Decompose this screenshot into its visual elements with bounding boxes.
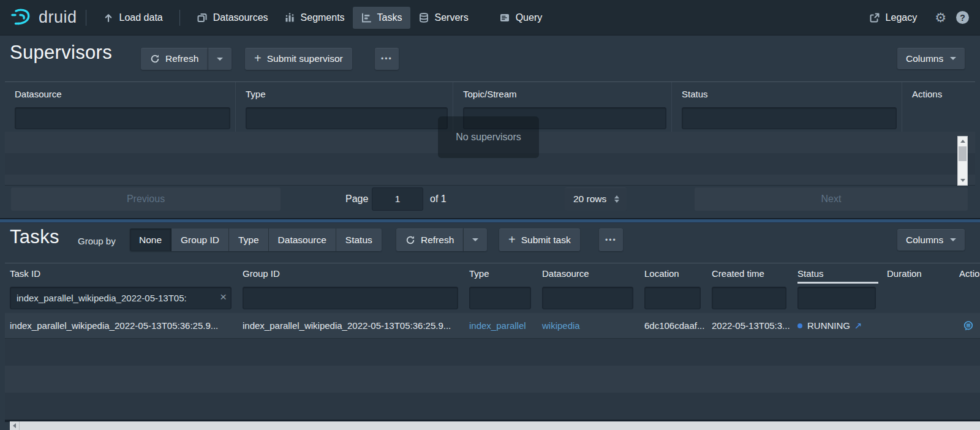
submit-task-button[interactable]: + Submit task bbox=[499, 228, 580, 251]
type-filter-input[interactable] bbox=[469, 287, 531, 309]
datasource-filter-input[interactable] bbox=[542, 287, 633, 309]
column-header-duration[interactable]: Duration bbox=[882, 263, 954, 284]
vertical-scrollbar[interactable] bbox=[957, 136, 968, 186]
horizontal-scrollbar[interactable] bbox=[10, 421, 980, 430]
druid-logo-icon[interactable] bbox=[10, 6, 33, 29]
legacy-label: Legacy bbox=[886, 12, 918, 23]
task-row[interactable]: index_parallel_wikipedia_2022-05-13T05:3… bbox=[5, 313, 980, 339]
tasks-table: Task ID Group ID Type Datasource Locatio… bbox=[5, 263, 980, 422]
status-cell: RUNNING↗ bbox=[793, 313, 882, 338]
supervisors-more-button[interactable]: ••• bbox=[375, 48, 399, 70]
group-by-option-group-id[interactable]: Group ID bbox=[172, 228, 229, 251]
rows-per-page-value: 20 rows bbox=[573, 194, 606, 205]
refresh-label: Refresh bbox=[165, 53, 198, 64]
column-header-topic-stream[interactable]: Topic/Stream bbox=[453, 82, 672, 105]
rows-per-page-select[interactable]: 20 rows bbox=[565, 187, 627, 211]
nav-item-load-data[interactable]: Load data bbox=[95, 7, 171, 29]
column-header-datasource[interactable]: Datasource bbox=[537, 263, 639, 284]
nav-item-segments[interactable]: Segments bbox=[276, 7, 353, 29]
nav-item-label: Query bbox=[516, 12, 543, 23]
created-time-filter-input[interactable] bbox=[712, 287, 786, 309]
nav-item-query[interactable]: Query bbox=[491, 7, 551, 29]
empty-row bbox=[5, 393, 980, 420]
help-button[interactable]: ? bbox=[956, 11, 969, 24]
caret-down-icon bbox=[950, 238, 956, 241]
status-external-arrow-icon[interactable]: ↗ bbox=[854, 320, 862, 331]
column-header-location[interactable]: Location bbox=[639, 263, 707, 284]
group-by-segmented-control: None Group ID Type Datasource Status bbox=[130, 228, 382, 251]
actions-filter-cell bbox=[954, 284, 980, 313]
group-by-option-type[interactable]: Type bbox=[229, 228, 269, 251]
column-header-actions: Actions bbox=[902, 82, 975, 105]
tasks-columns-button[interactable]: Columns bbox=[897, 229, 965, 251]
group-by-option-status[interactable]: Status bbox=[336, 228, 382, 251]
plus-icon: + bbox=[254, 52, 262, 64]
refresh-button[interactable]: Refresh bbox=[396, 228, 463, 251]
supervisors-columns-button[interactable]: Columns bbox=[897, 48, 965, 69]
supervisors-header-row: Datasource Type Topic/Stream Status Acti… bbox=[5, 82, 975, 105]
refresh-caret-button[interactable] bbox=[208, 48, 232, 70]
location-filter-input[interactable] bbox=[644, 287, 701, 309]
scroll-thumb[interactable] bbox=[959, 146, 967, 161]
group-by-option-none[interactable]: None bbox=[130, 228, 172, 251]
group-by-option-datasource[interactable]: Datasource bbox=[269, 228, 336, 251]
column-header-type[interactable]: Type bbox=[464, 263, 537, 284]
column-header-status[interactable]: Status bbox=[793, 263, 882, 284]
clear-filter-icon[interactable]: × bbox=[220, 291, 227, 303]
supervisor-type-filter[interactable] bbox=[246, 107, 448, 129]
submit-supervisor-button[interactable]: + Submit supervisor bbox=[245, 48, 352, 70]
scroll-track[interactable] bbox=[958, 146, 967, 176]
empty-row bbox=[5, 175, 975, 186]
datasource-link[interactable]: wikipedia bbox=[537, 313, 639, 338]
group-id-filter-input[interactable] bbox=[243, 287, 458, 309]
column-header-task-id[interactable]: Task ID bbox=[5, 263, 238, 284]
tasks-more-button[interactable]: ••• bbox=[599, 228, 623, 251]
group-by-label: Group by bbox=[78, 236, 116, 246]
task-id-filter-input[interactable] bbox=[10, 287, 232, 309]
supervisor-actions-filter-cell bbox=[902, 105, 975, 132]
supervisor-status-filter[interactable] bbox=[682, 107, 897, 129]
task-id-cell: index_parallel_wikipedia_2022-05-13T05:3… bbox=[5, 313, 238, 338]
scroll-down-button[interactable] bbox=[958, 176, 967, 185]
empty-row bbox=[5, 339, 980, 366]
horizontal-scroll-thumb[interactable] bbox=[19, 421, 980, 430]
supervisors-title: Supervisors bbox=[10, 42, 112, 64]
column-header-created-time[interactable]: Created time bbox=[707, 263, 793, 284]
column-header-type[interactable]: Type bbox=[236, 82, 453, 105]
nav-right-group: Legacy ⚙ ? bbox=[861, 7, 969, 29]
status-filter-input[interactable] bbox=[797, 287, 876, 309]
page-input[interactable] bbox=[372, 187, 423, 211]
no-supervisors-overlay: No supervisors bbox=[438, 116, 539, 158]
type-link[interactable]: index_parallel bbox=[464, 313, 537, 338]
scroll-left-button[interactable] bbox=[10, 421, 19, 430]
nav-divider bbox=[86, 10, 86, 26]
previous-page-button[interactable]: Previous bbox=[11, 187, 281, 211]
nav-item-datasources[interactable]: Datasources bbox=[189, 7, 276, 29]
tasks-header-row: Task ID Group ID Type Datasource Locatio… bbox=[5, 263, 980, 284]
gear-icon[interactable]: ⚙ bbox=[935, 11, 946, 24]
task-actions-cell bbox=[954, 313, 980, 338]
refresh-caret-button[interactable] bbox=[463, 228, 487, 251]
columns-label: Columns bbox=[906, 235, 943, 246]
refresh-icon bbox=[150, 54, 160, 64]
column-header-status[interactable]: Status bbox=[672, 82, 902, 105]
legacy-button[interactable]: Legacy bbox=[861, 7, 925, 29]
tasks-filter-row: × bbox=[5, 284, 980, 313]
column-header-datasource[interactable]: Datasource bbox=[5, 82, 236, 105]
task-log-icon[interactable] bbox=[963, 320, 974, 331]
page-label: Page bbox=[345, 194, 368, 205]
column-header-group-id[interactable]: Group ID bbox=[238, 263, 464, 284]
refresh-button[interactable]: Refresh bbox=[141, 48, 208, 70]
scroll-up-button[interactable] bbox=[958, 137, 967, 146]
location-cell: 6dc106cdaaf... bbox=[639, 313, 707, 338]
nav-item-label: Tasks bbox=[377, 12, 402, 23]
caret-down-icon bbox=[217, 58, 223, 61]
supervisor-datasource-filter[interactable] bbox=[15, 107, 230, 129]
load-data-icon bbox=[103, 12, 114, 23]
nav-item-servers[interactable]: Servers bbox=[410, 7, 477, 29]
section-splitter[interactable] bbox=[0, 218, 980, 223]
refresh-icon bbox=[405, 235, 415, 245]
nav-item-tasks[interactable]: Tasks bbox=[353, 7, 410, 29]
caret-down-icon bbox=[950, 57, 956, 60]
next-page-button[interactable]: Next bbox=[695, 187, 968, 211]
